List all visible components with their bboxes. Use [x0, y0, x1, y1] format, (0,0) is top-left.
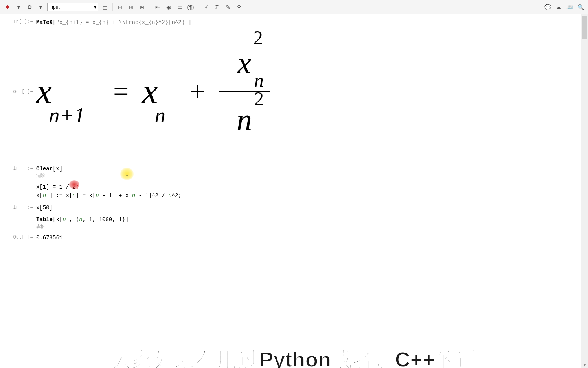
- chat-icon[interactable]: 💬: [543, 3, 552, 11]
- documentation-icon[interactable]: 📖: [565, 3, 574, 11]
- output-value: 0.678561: [36, 235, 62, 241]
- function-name: MaTeX: [36, 19, 53, 26]
- cell-group-icon[interactable]: ⊟: [116, 3, 125, 11]
- scroll-down-icon[interactable]: ▼: [581, 362, 588, 368]
- function-name: Table: [36, 216, 53, 223]
- latex-formula: xn+1 = xn + x 2 n: [36, 39, 576, 145]
- link-icon[interactable]: ⚲: [235, 3, 243, 11]
- function-annotation: 表格: [36, 224, 576, 231]
- output-cell-2: Out[ ]= 0.678561: [3, 233, 576, 242]
- input-cell-2[interactable]: In[ ]:= Clear[x] 清除 x[1] = 1 / 2; x[n_] …: [3, 165, 576, 200]
- out-label: Out[ ]=: [3, 89, 36, 94]
- format-dropdown-label: Input: [49, 4, 60, 10]
- cell-properties-icon[interactable]: ⊠: [138, 3, 147, 11]
- cloud-upload-icon[interactable]: ☁: [554, 3, 563, 11]
- fraction-icon[interactable]: √: [202, 3, 210, 11]
- format-dropdown[interactable]: Input ▾: [47, 3, 98, 11]
- code-expression: x[1] = 1 / 2: [36, 184, 76, 190]
- notebook-area[interactable]: In[ ]:= MaTeX["x_{n+1} = x_{n} + \\frac{…: [0, 14, 588, 368]
- output-cell-1: Out[ ]= xn+1 = xn + x 2 n: [3, 31, 576, 153]
- function-name: Clear: [36, 166, 53, 172]
- mathematica-logo-icon[interactable]: ✱: [3, 3, 12, 11]
- sigma-icon[interactable]: Σ: [213, 3, 221, 11]
- input-cell-4[interactable]: Table[x[n], {n, 1, 1000, 1}] 表格: [3, 215, 576, 230]
- outdent-icon[interactable]: ⇤: [153, 3, 162, 11]
- indent-icon[interactable]: ◉: [164, 3, 173, 11]
- in-label: In[ ]:=: [3, 203, 36, 210]
- string-literal: "x_{n+1} = x_{n} + \\frac{x_{n}^2}{n^2}": [56, 19, 188, 26]
- dropdown-arrow-icon[interactable]: ▾: [14, 3, 23, 11]
- chevron-down-icon: ▾: [94, 4, 96, 10]
- paragraph-icon[interactable]: ▤: [101, 3, 109, 11]
- cell-ungroup-icon[interactable]: ⊞: [127, 3, 136, 11]
- scrollbar-thumb[interactable]: [582, 16, 587, 39]
- in-label: In[ ]:=: [3, 165, 36, 171]
- vertical-scrollbar[interactable]: ▲ ▼: [581, 14, 588, 368]
- input-cell-1[interactable]: In[ ]:= MaTeX["x_{n+1} = x_{n} + \\frac{…: [3, 18, 576, 27]
- in-label: In[ ]:=: [3, 18, 36, 24]
- settings-icon[interactable]: ⚙: [25, 3, 34, 11]
- function-annotation: 清除: [36, 172, 576, 179]
- out-label: Out[ ]=: [3, 233, 36, 240]
- input-cell-3[interactable]: In[ ]:= x[50]: [3, 203, 576, 212]
- dropdown-arrow-icon[interactable]: ▾: [36, 3, 45, 11]
- search-icon[interactable]: 🔍: [576, 3, 585, 11]
- toolbar: ✱ ▾ ⚙ ▾ Input ▾ ▤ ⊟ ⊞ ⊠ ⇤ ◉ ▭ (¶) √ Σ ✎ …: [0, 0, 588, 14]
- code-expression: x[50]: [36, 205, 53, 211]
- format-text-icon[interactable]: (¶): [186, 3, 195, 11]
- brackets-icon[interactable]: ▭: [175, 3, 184, 11]
- wand-icon[interactable]: ✎: [224, 3, 232, 11]
